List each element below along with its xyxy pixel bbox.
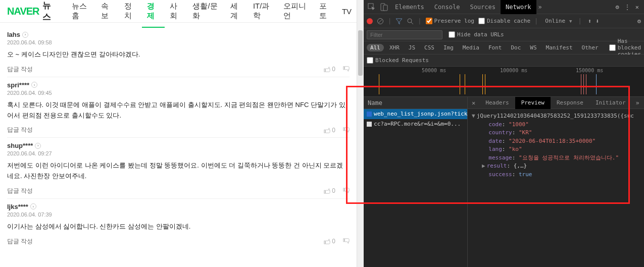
json-row-date[interactable]: date: "2020-06-04T01:18:35+0000" — [482, 137, 640, 146]
comment-3: ljks****›2020.06.04. 07:39이기사는 삼성에서 싫어합니… — [7, 199, 350, 249]
comment-date: 2020.06.04. 09:45 — [7, 90, 350, 96]
upload-icon[interactable]: ⬆ — [588, 18, 591, 25]
nav-item-9[interactable]: 포토 — [314, 2, 337, 21]
type-filter-font[interactable]: Font — [485, 44, 506, 51]
nav-item-2[interactable]: 정치 — [119, 2, 142, 21]
nav-item-3[interactable]: 경제 — [142, 2, 165, 28]
download-icon[interactable]: ⬇ — [596, 18, 599, 25]
svg-point-5 — [408, 19, 412, 23]
type-filter-manifest[interactable]: Manifest — [542, 44, 576, 51]
upvote-button[interactable]: 0 — [323, 238, 335, 245]
upvote-button[interactable]: 0 — [323, 187, 335, 194]
blocked-requests-checkbox[interactable]: Blocked Requests — [367, 57, 429, 64]
upvote-button[interactable]: 0 — [323, 127, 335, 134]
devtools-tab-console[interactable]: Console — [429, 0, 465, 14]
type-filter-css[interactable]: CSS — [421, 44, 438, 51]
user-badge-icon: › — [31, 82, 37, 88]
menu-icon[interactable]: ⋮ — [624, 4, 630, 11]
user-badge-icon: › — [22, 32, 28, 38]
nav-item-8[interactable]: 오피니언 — [278, 2, 314, 21]
comment-user[interactable]: spri****› — [7, 81, 37, 89]
downvote-button[interactable] — [342, 66, 350, 73]
json-row-message[interactable]: message: "요청을 성공적으로 처리하였습니다." — [482, 154, 640, 163]
settings-icon[interactable]: ⚙ — [616, 4, 619, 11]
devtools-tab-network[interactable]: Network — [501, 0, 536, 14]
type-filter-js[interactable]: JS — [405, 44, 419, 51]
devtools-tab-elements[interactable]: Elements — [390, 0, 429, 14]
reply-button[interactable]: 답글 작성 — [7, 237, 33, 246]
upvote-button[interactable]: 0 — [323, 66, 335, 73]
preview-body: ▼jQuery1124021036404387583252_1591233733… — [468, 109, 644, 267]
detail-tab-response[interactable]: Response — [551, 97, 589, 109]
search-icon[interactable] — [407, 18, 414, 25]
type-filter-ws[interactable]: WS — [526, 44, 540, 51]
devtools-tabbar: ElementsConsoleSourcesNetwork » ⚙ ⋮ ✕ — [364, 0, 644, 14]
detail-tab-initiator[interactable]: Initiator — [589, 97, 632, 109]
clear-icon[interactable] — [377, 18, 384, 25]
comment-user[interactable]: lahs› — [7, 31, 28, 38]
naver-header: NAVER 뉴스 뉴스홈속보정치경제사회생활/문화세계IT/과학오피니언포토TV — [0, 0, 364, 23]
user-badge-icon: › — [30, 203, 36, 209]
type-filter-xhr[interactable]: XHR — [386, 44, 403, 51]
preserve-log-checkbox[interactable]: Preserve log — [426, 18, 474, 24]
comment-date: 2020.06.04. 07:39 — [7, 211, 350, 218]
more-tabs-icon[interactable]: » — [538, 4, 542, 11]
reply-button[interactable]: 답글 작성 — [7, 187, 33, 195]
inspect-icon[interactable] — [368, 3, 376, 11]
hide-data-urls-checkbox[interactable]: Hide data URLs — [449, 31, 504, 38]
detail-tab-headers[interactable]: Headers — [479, 97, 515, 109]
comment-user[interactable]: ljks****› — [7, 203, 36, 210]
json-row-lang[interactable]: lang: "ko" — [482, 145, 640, 154]
nav-item-6[interactable]: 세계 — [225, 2, 248, 21]
downvote-button[interactable] — [342, 127, 350, 134]
type-filter-other[interactable]: Other — [578, 44, 602, 51]
json-row-country[interactable]: country: "KR" — [482, 129, 640, 137]
scrollbar[interactable] — [357, 0, 364, 267]
type-filter-all[interactable]: All — [367, 44, 384, 51]
record-icon[interactable] — [367, 18, 373, 24]
throttle-select[interactable]: Online — [545, 18, 565, 24]
naver-logo[interactable]: NAVER — [7, 6, 39, 17]
comment-user[interactable]: shup****› — [7, 142, 41, 149]
net-settings-icon[interactable]: ⚙ — [637, 18, 641, 25]
downvote-button[interactable] — [342, 238, 350, 245]
reply-button[interactable]: 답글 작성 — [7, 126, 33, 134]
scrollbar-thumb[interactable] — [358, 30, 363, 76]
nav-item-5[interactable]: 생활/문화 — [187, 2, 225, 21]
naver-news-label[interactable]: 뉴스 — [42, 0, 58, 23]
filter-icon[interactable] — [395, 18, 403, 25]
svg-line-6 — [411, 22, 413, 24]
comments-area: lahs›2020.06.04. 09:58오 ~ 케이스 디자인만 괜찮으면 … — [0, 23, 357, 253]
disable-cache-checkbox[interactable]: Disable cache — [478, 18, 530, 24]
nav-item-1[interactable]: 속보 — [96, 2, 119, 21]
reply-button[interactable]: 답글 작성 — [7, 65, 33, 74]
request-item-1[interactable]: cc?a=RPC.more&r=&i=&m=0... — [364, 119, 467, 129]
detail-tab-preview[interactable]: Preview — [515, 97, 551, 109]
nav-item-7[interactable]: IT/과학 — [248, 2, 278, 21]
close-devtools-icon[interactable]: ✕ — [635, 4, 639, 11]
type-filter-img[interactable]: Img — [440, 44, 457, 51]
devtools-tab-sources[interactable]: Sources — [465, 0, 501, 14]
json-row-result[interactable]: ▶result: {,…} — [482, 162, 640, 171]
request-item-0[interactable]: web_neo_list_jsonp.json?ticket=... — [364, 109, 467, 119]
file-icon — [367, 122, 372, 127]
device-icon[interactable] — [380, 3, 388, 11]
comment-body: 이기사는 삼성에서 싫어합니다. 신한카드 삼성에는 안팔이겠네. — [7, 222, 350, 232]
type-filter-doc[interactable]: Doc — [507, 44, 524, 51]
nav-item-4[interactable]: 사회 — [165, 2, 187, 21]
filter-input[interactable] — [367, 30, 442, 39]
jsonp-callback: jQuery1124021036404387583252_15912337338… — [477, 113, 634, 119]
type-filter-media[interactable]: Media — [459, 44, 483, 51]
close-detail-icon[interactable]: ✕ — [468, 99, 479, 106]
nav-item-0[interactable]: 뉴스홈 — [67, 2, 96, 21]
name-column-header[interactable]: Name — [364, 97, 467, 109]
detail-tabs: ✕ HeadersPreviewResponseInitiator » — [468, 97, 644, 109]
json-row-success[interactable]: success: true — [482, 171, 640, 179]
json-row-code[interactable]: code: "1000" — [482, 121, 640, 129]
chevron-down-icon[interactable]: ▼ — [569, 19, 572, 24]
nav-item-10[interactable]: TV — [337, 7, 357, 16]
network-timeline[interactable]: 50000 ms100000 ms150000 ms — [364, 67, 644, 97]
downvote-button[interactable] — [342, 187, 350, 194]
svg-rect-2 — [383, 5, 387, 11]
more-detail-tabs-icon[interactable]: » — [632, 99, 643, 106]
